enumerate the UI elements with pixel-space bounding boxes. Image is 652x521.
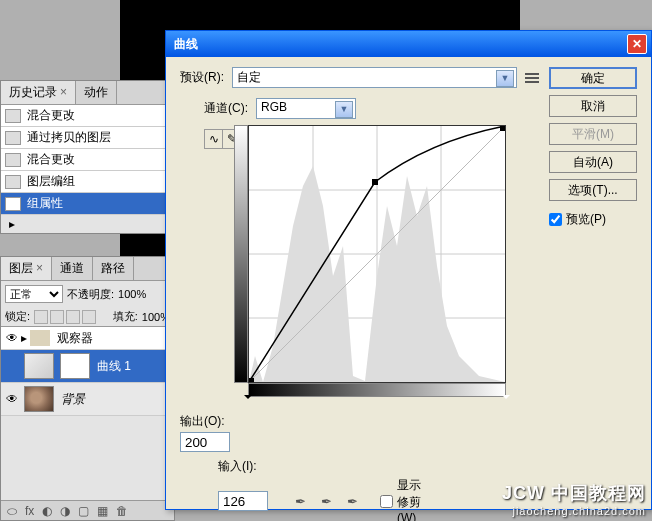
input-input[interactable] bbox=[218, 491, 268, 511]
ok-button[interactable]: 确定 bbox=[549, 67, 637, 89]
input-gradient bbox=[248, 383, 506, 397]
output-input[interactable] bbox=[180, 432, 230, 452]
lock-icons bbox=[34, 310, 96, 324]
link-icon[interactable]: ⬭ bbox=[7, 504, 17, 518]
dialog-buttons: 确定 取消 平滑(M) 自动(A) 选项(T)... 预览(P) bbox=[539, 67, 637, 521]
white-eyedropper-icon[interactable]: ✒ bbox=[344, 493, 360, 509]
folder-icon[interactable]: ▢ bbox=[78, 504, 89, 518]
preset-row: 预设(R): 自定 bbox=[180, 67, 539, 88]
layer-group[interactable]: 👁 ▸ 观察器 bbox=[1, 327, 174, 350]
mask-icon[interactable]: ◐ bbox=[42, 504, 52, 518]
channel-value: RGB bbox=[261, 100, 287, 114]
black-point-slider[interactable] bbox=[244, 395, 252, 403]
layers-tabs: 图层× 通道 路径 bbox=[1, 257, 174, 281]
eyedroppers: ✒ ✒ ✒ bbox=[292, 493, 360, 509]
history-item[interactable]: 通过拷贝的图层 bbox=[1, 127, 174, 149]
history-item[interactable]: 图层编组 bbox=[1, 171, 174, 193]
tab-history[interactable]: 历史记录× bbox=[1, 81, 76, 104]
close-button[interactable]: ✕ bbox=[627, 34, 647, 54]
blend-mode-select[interactable]: 正常 bbox=[5, 285, 63, 303]
layer-background[interactable]: 👁 背景 bbox=[1, 383, 174, 416]
preview-check[interactable]: 预览(P) bbox=[549, 211, 637, 228]
curve-point[interactable] bbox=[372, 179, 378, 185]
blend-mode-row: 正常 不透明度: 100% bbox=[1, 281, 174, 307]
lock-label: 锁定: bbox=[5, 309, 30, 324]
output-gradient bbox=[234, 125, 248, 383]
history-item-label: 混合更改 bbox=[27, 151, 75, 168]
preset-label: 预设(R): bbox=[180, 69, 232, 86]
input-label: 输入(I): bbox=[218, 458, 270, 475]
channel-row: 通道(C): RGB bbox=[204, 98, 539, 119]
tab-layers[interactable]: 图层× bbox=[1, 257, 52, 280]
expand-icon[interactable]: ▸ bbox=[21, 331, 27, 345]
history-list: 混合更改 通过拷贝的图层 混合更改 图层编组 组属性 bbox=[1, 105, 174, 215]
dialog-titlebar[interactable]: 曲线 ✕ bbox=[166, 31, 651, 57]
history-item-selected[interactable]: 组属性 bbox=[1, 193, 174, 215]
history-step-icon bbox=[5, 109, 21, 123]
history-item[interactable]: 混合更改 bbox=[1, 149, 174, 171]
history-item[interactable]: 混合更改 bbox=[1, 105, 174, 127]
curve-point-tool-icon[interactable]: ∿ bbox=[205, 130, 223, 148]
lock-position-icon[interactable] bbox=[66, 310, 80, 324]
folder-icon bbox=[30, 330, 50, 346]
tab-paths[interactable]: 路径 bbox=[93, 257, 134, 280]
history-brush-icon[interactable]: ▸ bbox=[5, 217, 19, 231]
input-row: 输入(I): bbox=[218, 458, 539, 475]
svg-rect-7 bbox=[249, 378, 254, 382]
history-panel: 历史记录× 动作 混合更改 通过拷贝的图层 混合更改 图层编组 组属性 ▸ bbox=[0, 80, 175, 234]
lock-transparent-icon[interactable] bbox=[34, 310, 48, 324]
close-icon[interactable]: × bbox=[60, 85, 67, 99]
dialog-title: 曲线 bbox=[170, 36, 198, 53]
new-layer-icon[interactable]: ▦ bbox=[97, 504, 108, 518]
show-clipping-check[interactable]: 显示修剪(W) bbox=[380, 477, 432, 521]
history-brush-row: ▸ bbox=[1, 215, 174, 233]
lock-all-icon[interactable] bbox=[82, 310, 96, 324]
trash-icon[interactable]: 🗑 bbox=[116, 504, 128, 518]
layer-name: 观察器 bbox=[53, 330, 93, 347]
layers-list: 👁 ▸ 观察器 曲线 1 👁 背景 bbox=[1, 326, 174, 416]
cancel-button[interactable]: 取消 bbox=[549, 95, 637, 117]
lock-row: 锁定: 填充: 100% bbox=[1, 307, 174, 326]
smooth-button[interactable]: 平滑(M) bbox=[549, 123, 637, 145]
lock-pixels-icon[interactable] bbox=[50, 310, 64, 324]
black-eyedropper-icon[interactable]: ✒ bbox=[292, 493, 308, 509]
gray-eyedropper-icon[interactable]: ✒ bbox=[318, 493, 334, 509]
options-button[interactable]: 选项(T)... bbox=[549, 179, 637, 201]
preset-value: 自定 bbox=[237, 70, 261, 84]
adjustment-icon[interactable]: ◑ bbox=[60, 504, 70, 518]
tab-channels[interactable]: 通道 bbox=[52, 257, 93, 280]
preview-checkbox[interactable] bbox=[549, 213, 562, 226]
history-step-icon bbox=[5, 175, 21, 189]
history-item-label: 混合更改 bbox=[27, 107, 75, 124]
white-point-slider[interactable] bbox=[502, 395, 510, 403]
svg-rect-8 bbox=[500, 126, 505, 131]
input-sliders bbox=[248, 397, 506, 407]
channel-select[interactable]: RGB bbox=[256, 98, 356, 119]
fill-label: 填充: bbox=[113, 309, 138, 324]
auto-button[interactable]: 自动(A) bbox=[549, 151, 637, 173]
preset-select[interactable]: 自定 bbox=[232, 67, 517, 88]
history-item-label: 组属性 bbox=[27, 195, 63, 212]
visibility-icon[interactable]: 👁 bbox=[3, 392, 21, 406]
opacity-value[interactable]: 100% bbox=[118, 288, 146, 300]
show-clipping-label: 显示修剪(W) bbox=[397, 477, 432, 521]
watermark-sub: jiaocheng.china2d.com bbox=[502, 505, 646, 517]
history-tabs: 历史记录× 动作 bbox=[1, 81, 174, 105]
fx-icon[interactable]: fx bbox=[25, 504, 34, 518]
close-icon[interactable]: × bbox=[36, 261, 43, 275]
show-clipping-checkbox[interactable] bbox=[380, 495, 393, 508]
output-row: 输出(O): bbox=[180, 413, 539, 430]
graph-wrap bbox=[234, 125, 506, 407]
tab-actions-label: 动作 bbox=[84, 85, 108, 99]
layer-name: 背景 bbox=[57, 391, 85, 408]
history-step-icon bbox=[5, 153, 21, 167]
history-step-icon bbox=[5, 131, 21, 145]
curves-graph[interactable] bbox=[248, 125, 506, 383]
preset-menu-icon[interactable] bbox=[525, 73, 539, 83]
visibility-icon[interactable]: 👁 bbox=[3, 331, 21, 345]
history-item-label: 通过拷贝的图层 bbox=[27, 129, 111, 146]
tab-actions[interactable]: 动作 bbox=[76, 81, 117, 104]
layers-panel: 图层× 通道 路径 正常 不透明度: 100% 锁定: 填充: 100% 👁 ▸… bbox=[0, 256, 175, 521]
layer-curves-adjustment[interactable]: 曲线 1 bbox=[1, 350, 174, 383]
curves-thumb-icon bbox=[24, 353, 54, 379]
